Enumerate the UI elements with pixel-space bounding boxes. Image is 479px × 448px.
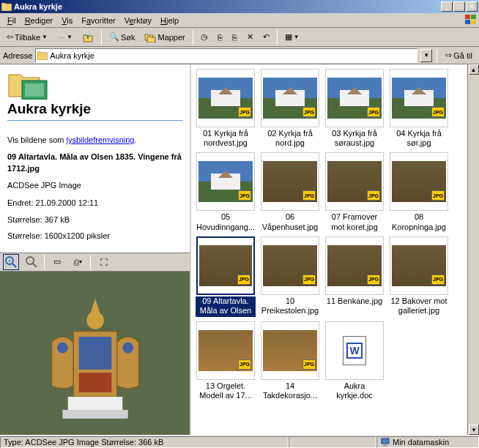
thumbnail-image: JPG <box>263 330 317 371</box>
address-dropdown[interactable]: ▼ <box>420 49 432 62</box>
vertical-scrollbar[interactable]: ▲ ▼ <box>467 64 479 435</box>
up-folder-icon <box>82 31 94 43</box>
svg-rect-1 <box>471 15 476 19</box>
toolbar: ⇦ Tilbake ▼ → ▼ 🔍 Søk Mapper ◷ ⎘ ⎘ ✕ ↶ ▦… <box>0 28 479 47</box>
thumbnail-image: JPG <box>392 161 446 202</box>
history-button[interactable]: ◷ <box>197 29 212 45</box>
slideshow-link[interactable]: lysbildefremvisning <box>67 135 135 144</box>
svg-point-17 <box>122 342 133 353</box>
thumbnail-image: JPG <box>198 161 253 202</box>
zoom-in-icon: + <box>4 255 18 269</box>
jpg-badge-icon: JPG <box>367 275 380 285</box>
maximize-button[interactable]: □ <box>453 1 465 12</box>
thumbnail-label: 01 Kyrkja frå nordvest.jpg <box>196 129 256 148</box>
address-value: Aukra kyrkje <box>50 51 94 60</box>
svg-rect-3 <box>471 20 476 24</box>
back-arrow-icon: ⇦ <box>7 32 13 42</box>
moveto-icon: ⎘ <box>218 33 223 42</box>
thumbnail-item[interactable]: JPG03 Kyrkja frå søraust.jpg <box>324 69 385 148</box>
search-icon: 🔍 <box>109 32 119 42</box>
thumbnail-item[interactable]: JPG10 Preikestolen.jpg <box>260 236 320 317</box>
menu-view[interactable]: Vis <box>57 15 77 26</box>
thumbnail-item[interactable]: JPG02 Kyrkja frå nord.jpg <box>260 69 320 148</box>
views-button[interactable]: ▦▼ <box>281 29 303 45</box>
address-input[interactable]: Aukra kyrkje <box>35 48 417 63</box>
jpg-badge-icon: JPG <box>238 107 251 117</box>
svg-rect-19 <box>62 410 127 419</box>
jpg-badge-icon: JPG <box>302 107 316 117</box>
menu-tools[interactable]: Verktøy <box>120 15 156 26</box>
close-button[interactable]: ✕ <box>466 1 478 12</box>
thumbnail-label: 13 Orgelet. Modell av 17... <box>196 381 256 400</box>
thumbnail-label: 06 Våpenhuset.jpg <box>260 212 320 231</box>
thumbnail-item[interactable]: JPG08 Koropninga.jpg <box>389 152 449 231</box>
dropdown-icon: ▼ <box>294 34 300 40</box>
scroll-up-button[interactable]: ▲ <box>469 64 479 75</box>
moveto-button[interactable]: ⎘ <box>214 29 226 45</box>
thumbnail-item[interactable]: JPG11 Benkane.jpg <box>324 236 385 317</box>
print-button[interactable]: ⎙▾ <box>70 254 86 270</box>
go-button[interactable]: ⇨ Gå til <box>442 48 476 64</box>
svg-point-16 <box>56 342 67 353</box>
menu-help[interactable]: Hjelp <box>156 15 183 26</box>
jpg-badge-icon: JPG <box>431 275 445 285</box>
thumbnail-item[interactable]: JPG13 Orgelet. Modell av 17... <box>196 321 256 400</box>
thumbnail-item[interactable]: JPG07 Framover mot koret.jpg <box>324 152 385 231</box>
back-button[interactable]: ⇦ Tilbake ▼ <box>3 29 51 45</box>
delete-button[interactable]: ✕ <box>243 29 257 45</box>
thumbnail-item[interactable]: JPG14 Takdekorasjo... <box>260 321 320 400</box>
thumbnail-label: 09 Altartavla. Måla av Olsen ... <box>196 296 256 317</box>
menu-favorites[interactable]: Favoritter <box>77 15 119 26</box>
go-label: Gå til <box>453 51 472 60</box>
show-as-text: Vis bildene som <box>7 135 67 144</box>
thumbnail-item[interactable]: JPG06 Våpenhuset.jpg <box>260 152 320 231</box>
page-icon: ▭ <box>53 257 61 266</box>
thumbnail-item[interactable]: JPG12 Bakover mot galleriet.jpg <box>389 236 449 317</box>
search-label: Søk <box>121 33 135 42</box>
dropdown-icon: ▼ <box>42 34 48 40</box>
thumbnail-label: 11 Benkane.jpg <box>324 296 385 306</box>
copyto-icon: ⎘ <box>232 33 237 42</box>
thumbnail-item[interactable]: JPG05 Hovudinngang... <box>196 152 256 231</box>
thumbnail-item[interactable]: JPG04 Kyrkja frå sør.jpg <box>389 69 449 148</box>
thumbnail-item[interactable]: JPG09 Altartavla. Måla av Olsen ... <box>196 236 256 317</box>
thumbnail-image: JPG <box>198 78 253 119</box>
thumbnail-pane[interactable]: JPG01 Kyrkja frå nordvest.jpgJPG02 Kyrkj… <box>191 64 479 435</box>
folder-icon <box>37 51 48 60</box>
modified-label: Endret: <box>7 198 36 207</box>
svg-text:-: - <box>29 257 31 264</box>
forward-button[interactable]: → ▼ <box>53 29 76 45</box>
zoom-in-button[interactable]: + <box>3 254 19 270</box>
copyto-button[interactable]: ⎘ <box>229 29 241 45</box>
actual-size-button[interactable]: ▭ <box>49 254 65 270</box>
menu-edit[interactable]: Rediger <box>21 15 58 26</box>
modified-value: 21.09.2000 12:11 <box>36 198 99 207</box>
minimize-button[interactable]: _ <box>441 1 453 12</box>
views-icon: ▦ <box>285 32 292 42</box>
up-button[interactable] <box>78 29 97 45</box>
menu-file[interactable]: Fil <box>3 15 21 26</box>
undo-button[interactable]: ↶ <box>259 29 273 45</box>
folders-label: Mapper <box>157 33 185 42</box>
fullscreen-button[interactable]: ⛶ <box>95 254 111 270</box>
thumbnail-item[interactable]: Aukra kyrkje.doc <box>324 321 385 400</box>
folder-large-icon <box>7 70 42 98</box>
preview-toolbar: + - ▭ ⎙▾ ⛶ <box>0 253 190 272</box>
undo-icon: ↶ <box>263 32 270 42</box>
svg-line-7 <box>12 264 16 267</box>
thumbnail-image: JPG <box>327 78 382 119</box>
svg-line-10 <box>33 264 37 267</box>
svg-text:+: + <box>8 258 12 264</box>
zoom-out-button[interactable]: - <box>23 254 40 270</box>
dimensions-label: Størrelse: <box>7 231 45 240</box>
thumbnail-item[interactable]: JPG01 Kyrkja frå nordvest.jpg <box>196 69 256 148</box>
thumbnail-image: JPG <box>199 245 252 286</box>
search-button[interactable]: 🔍 Søk <box>105 29 139 45</box>
svg-rect-14 <box>78 373 111 392</box>
folders-button[interactable]: Mapper <box>141 29 188 45</box>
scroll-down-button[interactable]: ▼ <box>469 425 479 435</box>
thumbnail-label: 08 Koropninga.jpg <box>389 212 449 231</box>
svg-rect-2 <box>465 20 470 24</box>
jpg-badge-icon: JPG <box>238 190 251 201</box>
word-doc-icon <box>343 336 366 365</box>
